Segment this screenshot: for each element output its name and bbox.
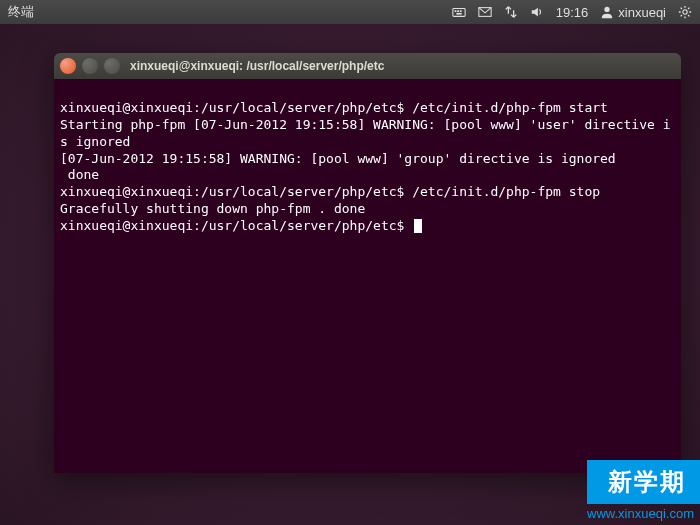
top-menubar: 终端 19:16 xinxueqi	[0, 0, 700, 24]
svg-point-6	[605, 7, 610, 12]
svg-rect-2	[457, 10, 459, 12]
svg-rect-3	[460, 10, 462, 12]
window-minimize-button[interactable]	[82, 58, 98, 74]
volume-icon[interactable]	[530, 5, 544, 19]
terminal-window: xinxueqi@xinxueqi: /usr/local/server/php…	[54, 53, 681, 473]
terminal-line: Starting php-fpm [07-Jun-2012 19:15:58] …	[60, 117, 675, 151]
terminal-line: [07-Jun-2012 19:15:58] WARNING: [pool ww…	[60, 151, 675, 168]
watermark: 新学期 www.xinxueqi.com	[587, 460, 700, 525]
terminal-cursor	[414, 219, 422, 233]
watermark-url: www.xinxueqi.com	[587, 504, 700, 525]
watermark-banner: 新学期	[587, 460, 700, 504]
svg-rect-1	[454, 10, 456, 12]
svg-rect-4	[456, 13, 461, 15]
window-close-button[interactable]	[60, 58, 76, 74]
window-titlebar[interactable]: xinxueqi@xinxueqi: /usr/local/server/php…	[54, 53, 681, 79]
svg-point-7	[683, 10, 687, 14]
username-label: xinxueqi	[618, 5, 666, 20]
svg-rect-0	[453, 9, 465, 17]
window-maximize-button[interactable]	[104, 58, 120, 74]
clock[interactable]: 19:16	[556, 5, 589, 20]
keyboard-indicator-icon[interactable]	[452, 5, 466, 19]
window-title: xinxueqi@xinxueqi: /usr/local/server/php…	[130, 59, 384, 73]
mail-icon[interactable]	[478, 5, 492, 19]
terminal-content[interactable]: xinxueqi@xinxueqi:/usr/local/server/php/…	[54, 79, 681, 473]
terminal-line: xinxueqi@xinxueqi:/usr/local/server/php/…	[60, 218, 412, 233]
system-gear-icon[interactable]	[678, 5, 692, 19]
active-app-title: 终端	[8, 3, 34, 21]
network-icon[interactable]	[504, 5, 518, 19]
terminal-line: Gracefully shutting down php-fpm . done	[60, 201, 675, 218]
terminal-line: xinxueqi@xinxueqi:/usr/local/server/php/…	[60, 100, 675, 117]
user-menu[interactable]: xinxueqi	[600, 5, 666, 20]
terminal-line: xinxueqi@xinxueqi:/usr/local/server/php/…	[60, 184, 675, 201]
terminal-line: done	[60, 167, 675, 184]
